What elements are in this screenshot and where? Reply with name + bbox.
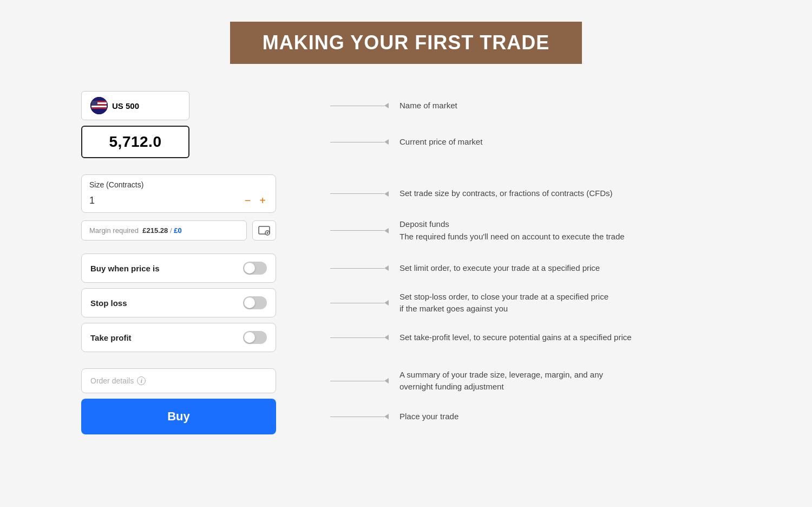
stop-loss-row: Stop loss Set stop-loss order, to close … [81, 288, 731, 317]
margin-balance: £0 [174, 226, 181, 235]
connector-size [330, 191, 389, 197]
size-plus-button[interactable]: + [257, 194, 268, 207]
size-input-row: 1 − + [82, 191, 276, 212]
price-value: 5,712.0 [109, 133, 162, 151]
take-profit-label: Take profit [90, 333, 132, 342]
market-name-desc: Name of market [389, 100, 457, 112]
buy-when-price-label: Buy when price is [90, 264, 160, 273]
take-profit-desc: Set take-profit level, to secure potenti… [389, 332, 632, 344]
market-icon [90, 97, 108, 114]
margin-desc: Deposit funds The required funds you'll … [389, 218, 625, 243]
take-profit-row: Take profit Set take-profit level, to se… [81, 323, 731, 352]
page-title: MAKING YOUR FIRST TRADE [263, 31, 549, 54]
order-details-row: Order details i A summary of your trade … [81, 368, 731, 393]
stop-loss-toggle-row: Stop loss [81, 288, 276, 317]
market-name-label: US 500 [112, 101, 139, 110]
margin-box: Margin required £215.28 / £0 [81, 220, 247, 240]
size-row: Size (Contracts) 1 − + Set trade size by… [81, 174, 731, 213]
margin-amount: £215.28 [142, 226, 168, 235]
stop-loss-desc: Set stop-loss order, to close your trade… [389, 291, 608, 315]
connector-take-profit [330, 335, 389, 340]
size-desc: Set trade size by contracts, or fraction… [389, 187, 612, 200]
buy-button-row: Buy Place your trade [81, 399, 731, 434]
margin-row: Margin required £215.28 / £0 [81, 218, 731, 243]
take-profit-toggle[interactable] [243, 331, 267, 344]
size-minus-button[interactable]: − [243, 194, 253, 207]
size-label: Size (Contracts) [82, 175, 276, 191]
buy-when-price-toggle-row: Buy when price is [81, 253, 276, 283]
main-layout: US 500 Name of market 5,712.0 Current pr… [81, 91, 731, 440]
buy-when-row: Buy when price is Set limit order, to ex… [81, 253, 731, 283]
connector-margin [330, 228, 389, 233]
price-desc: Current price of market [389, 136, 482, 148]
margin-text: Margin required [89, 226, 139, 235]
info-icon: i [137, 376, 146, 385]
connector-market-name [330, 103, 389, 108]
connector-buy [330, 414, 389, 419]
page-title-banner: MAKING YOUR FIRST TRADE [230, 22, 582, 64]
price-row: 5,712.0 Current price of market [81, 126, 731, 158]
buy-button[interactable]: Buy [81, 399, 276, 434]
connector-buy-when [330, 265, 389, 271]
market-name-row: US 500 Name of market [81, 91, 731, 120]
size-box: Size (Contracts) 1 − + [81, 174, 276, 213]
market-name-box: US 500 [81, 91, 189, 120]
order-details-desc: A summary of your trade size, leverage, … [389, 369, 603, 393]
buy-button-desc: Place your trade [389, 411, 459, 423]
stop-loss-label: Stop loss [90, 298, 127, 308]
size-value: 1 [89, 195, 238, 206]
connector-stop-loss [330, 300, 389, 306]
connector-order-details [330, 378, 389, 384]
margin-separator: / [170, 226, 172, 235]
price-box: 5,712.0 [81, 126, 189, 158]
stop-loss-toggle[interactable] [243, 296, 267, 309]
deposit-button[interactable] [252, 220, 276, 240]
connector-price [330, 139, 389, 145]
buy-when-price-toggle[interactable] [243, 262, 267, 275]
buy-when-desc: Set limit order, to execute your trade a… [389, 262, 600, 275]
order-details-text: Order details [90, 376, 134, 385]
order-details-box: Order details i [81, 368, 276, 393]
take-profit-toggle-row: Take profit [81, 323, 276, 352]
